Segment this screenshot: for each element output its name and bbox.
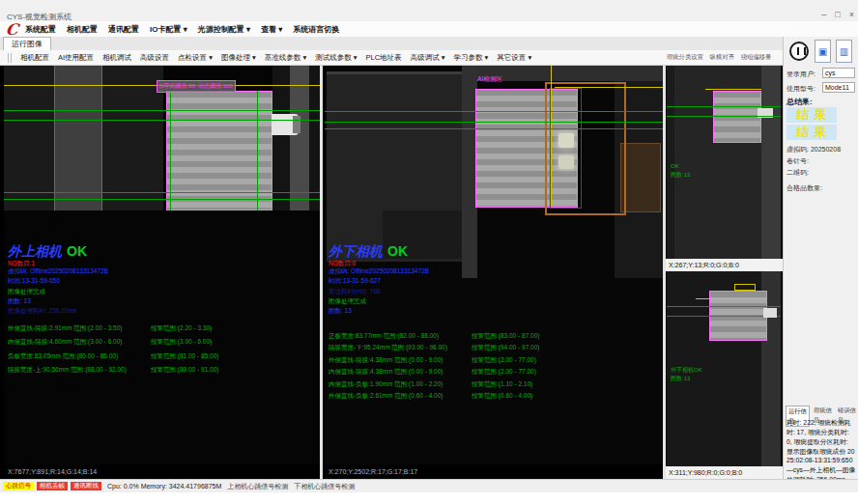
camera-view-upper[interactable]: N字高阈值:93, 动态阈值:100 外上相机OK NG数目:1 虚拟码: Of… <box>4 66 320 464</box>
toolbar-item[interactable]: 相机调试 <box>102 53 131 63</box>
measurement-value: 隔膜宽度-下:95.24mm 范围:(93.00 - 98.00) <box>329 344 472 355</box>
camera-name: 外下相机 <box>329 243 383 259</box>
menu-item[interactable]: 通讯配置 <box>108 24 139 35</box>
grid-icon: ▥ <box>840 46 848 57</box>
toolbar-item[interactable]: 测试线参数 ▾ <box>315 53 357 63</box>
machine-column <box>54 66 102 210</box>
toolbar-item[interactable]: 基准线参数 ▾ <box>265 53 306 63</box>
tab-connector <box>763 308 777 318</box>
cpu-memory-status: Cpu: 0.0% Memory: 3424.41796875M <box>107 483 221 490</box>
toolbar-item[interactable]: AI使用配置 <box>58 53 94 63</box>
info-line: 算法耗时(ms): 768 <box>329 287 429 296</box>
preview-view-bottom[interactable]: 外下相机OK图数:13 <box>667 271 781 466</box>
toolbar: 相机配置AI使用配置相机调试高级设置点检设置 ▾图像处理 ▾基准线参数 ▾测试线… <box>0 50 783 66</box>
result-ok-badge: OK <box>67 243 87 259</box>
baseline-yellow <box>705 89 761 90</box>
toolbar-right-label[interactable]: 瑕疵分类设置 <box>667 53 703 62</box>
grid-view-button[interactable]: ▥ <box>836 40 852 63</box>
electrode-region <box>713 91 761 143</box>
toolbar-item[interactable]: 相机配置 <box>20 53 49 63</box>
measure-line-vertical <box>257 91 258 210</box>
alarm-range: 报警范围:(1.10 - 2.10) <box>472 380 532 392</box>
toolbar-right-label[interactable]: 绕组偏移量 <box>741 53 771 62</box>
measurement-value: 负极宽度:83.05mm 范围:(80.00 - 86.00) <box>8 352 151 366</box>
toolbar-item[interactable]: 高级设置 <box>140 53 169 63</box>
toolbar-right-label[interactable]: 纵横对齐 <box>710 53 734 62</box>
threshold-note: N字高阈值:93, 动态阈值:100 <box>157 80 236 93</box>
menu-item[interactable]: 系统语言切换 <box>293 24 339 35</box>
camera-result-title: 外下相机OK <box>329 243 408 261</box>
minimize-icon[interactable]: – <box>821 10 826 19</box>
camera-name: 外上相机 <box>8 243 62 259</box>
measurement-value: 外侧直线-隔膜:2.91mm 范围:(2.00 - 3.50) <box>8 324 151 338</box>
info-line: 图数: 13 <box>329 306 429 316</box>
toolbar-item[interactable]: 学习参数 ▾ <box>453 53 488 63</box>
tab-run-image[interactable]: 运行图像 <box>3 37 51 51</box>
model-label: 使用型号: <box>786 84 815 94</box>
measure-line-vertical <box>170 91 171 210</box>
baseline-yellow <box>696 298 767 299</box>
image-view-button[interactable]: ▣ <box>815 40 831 63</box>
status-badge[interactable]: 心跳信号 <box>3 482 34 490</box>
right-sidebar: ▣ ▥ 登录用户: cys 使用型号: Mode11 总结果: 结果 结果 虚拟… <box>783 37 858 479</box>
alarm-range: 报警范围:(2.00 - 77.00) <box>472 356 536 368</box>
pause-icon <box>797 47 806 55</box>
baseline-yellow-vertical <box>551 66 552 206</box>
menu-item[interactable]: 相机配置 <box>67 24 98 35</box>
measure-line <box>667 116 781 117</box>
view-separator[interactable] <box>320 66 323 479</box>
preview-view-top[interactable]: OK图数:13 <box>667 66 781 259</box>
preview-status-text: OK图数:13 <box>671 162 690 179</box>
needle-number-label: 卷针号: <box>786 156 809 166</box>
maximize-icon[interactable]: □ <box>835 10 840 19</box>
info-line: 图像处理耗时: 256.00ms <box>8 306 108 316</box>
capture-info: 虚拟码: Offline2025020813313472B时间:13-31-59… <box>8 266 108 316</box>
menu-item[interactable]: 系统配置 <box>25 24 56 35</box>
measure-line <box>325 122 663 123</box>
measure-line <box>667 106 781 107</box>
measurement-list: 正极宽度:83.77mm 范围:(82.00 - 88.00) 报警范围:(83… <box>329 332 539 404</box>
pause-button[interactable] <box>789 42 809 61</box>
camera-result-title: 外上相机OK <box>8 243 87 261</box>
preview-status-text: 外下相机OK图数:13 <box>671 366 702 382</box>
info-line: 图数: 13 <box>8 296 108 306</box>
close-icon[interactable]: × <box>849 10 854 19</box>
measurement-list: 外侧直线-隔膜:2.91mm 范围:(2.00 - 3.50) 报警范围:(2.… <box>8 324 218 379</box>
measurement-row: 隔膜宽度-下:95.24mm 范围:(93.00 - 98.00) 报警范围:(… <box>329 344 539 355</box>
menu-item[interactable]: 查看 ▾ <box>261 24 282 35</box>
result-box-1: 结果 <box>786 107 837 123</box>
preview-column <box>761 66 781 259</box>
toolbar-item[interactable]: 其它设置 ▾ <box>497 53 531 63</box>
menu-item[interactable]: IO卡配置 ▾ <box>150 24 187 35</box>
model-field[interactable]: Mode11 <box>822 82 855 93</box>
alarm-range: 报警范围:(0.60 - 4.00) <box>472 392 532 404</box>
status-badge[interactable]: 通讯断线 <box>71 482 101 490</box>
toolbar-grip[interactable] <box>8 53 12 63</box>
measure-line <box>325 128 663 129</box>
measure-line <box>4 199 320 200</box>
baseline-yellow <box>555 87 663 88</box>
measurement-row: 负极宽度:83.05mm 范围:(80.00 - 86.00) 报警范围:(81… <box>8 352 218 366</box>
login-user-label: 登录用户: <box>786 70 815 79</box>
lower-camera-heartbeat: 下相机心跳信号检测 <box>294 482 355 491</box>
total-result-label: 总结果: <box>786 97 813 107</box>
toolbar-item[interactable]: PLC地址表 <box>366 53 402 63</box>
menu-item[interactable]: 光源控制配置 ▾ <box>198 24 250 35</box>
toolbar-item[interactable]: 图像处理 ▾ <box>221 53 256 63</box>
status-badge[interactable]: 相机丢帧 <box>37 482 68 490</box>
toolbar-item[interactable]: 点检设置 ▾ <box>178 53 213 63</box>
alarm-range: 报警范围:(94.00 - 97.00) <box>472 344 539 355</box>
tab-connector-clip <box>293 116 300 133</box>
view-separator[interactable] <box>663 66 666 479</box>
info-line: 虚拟码: Offline2025020813313472B <box>329 266 429 276</box>
camera-view-lower[interactable]: AI检测区 外下相机OK NG数目:0 虚拟码: Offline20250208… <box>325 66 663 464</box>
alarm-range: 报警范围:(3.00 - 6.00) <box>151 338 212 351</box>
upper-camera-heartbeat: 上相机心跳信号检测 <box>227 482 288 491</box>
measure-line <box>4 120 320 121</box>
login-user-field[interactable]: cys <box>822 68 855 78</box>
mini-line: 外下相机OK <box>671 366 702 375</box>
info-line: 图像处理完成 <box>329 296 429 306</box>
alarm-range: 报警范围:(2.20 - 3.30) <box>151 324 212 338</box>
reflection-spot <box>558 133 574 148</box>
toolbar-item[interactable]: 高级调试 ▾ <box>411 53 445 63</box>
